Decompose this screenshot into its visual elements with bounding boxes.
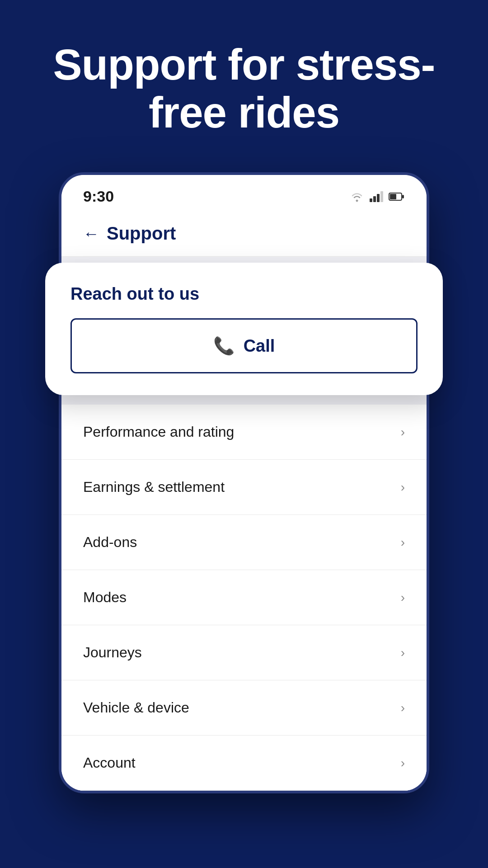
call-button-label: Call: [244, 336, 275, 356]
faq-list: Performance and rating › Earnings & sett…: [61, 405, 427, 791]
call-button[interactable]: 📞 Call: [70, 318, 418, 373]
status-bar: 9:30: [61, 175, 427, 212]
nav-title: Support: [107, 223, 176, 244]
faq-item-journeys[interactable]: Journeys ›: [61, 625, 427, 680]
phone-frame-wrapper: Reach out to us 📞 Call 9:30: [59, 172, 429, 793]
chevron-right-icon: ›: [401, 701, 405, 715]
modal-card: Reach out to us 📞 Call: [45, 263, 443, 395]
nav-bar: ← Support: [61, 212, 427, 257]
faq-item-label: Earnings & settlement: [83, 479, 225, 495]
faq-item-performance[interactable]: Performance and rating ›: [61, 405, 427, 460]
back-button[interactable]: ← Support: [83, 223, 176, 244]
faq-item-account[interactable]: Account ›: [61, 736, 427, 791]
svg-rect-0: [370, 198, 372, 202]
svg-rect-6: [402, 195, 404, 198]
battery-icon: [389, 192, 405, 202]
faq-item-label: Account: [83, 755, 136, 771]
back-arrow-icon: ←: [83, 224, 99, 243]
faq-item-label: Journeys: [83, 644, 142, 661]
chevron-right-icon: ›: [401, 756, 405, 770]
status-time: 9:30: [83, 188, 114, 205]
chevron-right-icon: ›: [401, 590, 405, 605]
chevron-right-icon: ›: [401, 535, 405, 550]
hero-section: Support for stress-free rides: [0, 0, 488, 163]
faq-item-vehicle[interactable]: Vehicle & device ›: [61, 680, 427, 736]
phone-icon: 📞: [213, 336, 235, 356]
svg-rect-1: [373, 196, 376, 202]
svg-rect-3: [380, 191, 383, 202]
svg-rect-5: [390, 194, 396, 199]
faq-item-label: Performance and rating: [83, 424, 234, 440]
faq-item-modes[interactable]: Modes ›: [61, 570, 427, 625]
chevron-right-icon: ›: [401, 480, 405, 495]
faq-item-label: Add-ons: [83, 534, 137, 551]
chevron-right-icon: ›: [401, 646, 405, 660]
modal-title: Reach out to us: [70, 284, 418, 304]
faq-item-addons[interactable]: Add-ons ›: [61, 515, 427, 570]
faq-item-label: Vehicle & device: [83, 699, 189, 716]
chevron-right-icon: ›: [401, 425, 405, 439]
faq-item-label: Modes: [83, 589, 127, 606]
status-icons: [350, 191, 405, 202]
faq-item-earnings[interactable]: Earnings & settlement ›: [61, 460, 427, 515]
svg-rect-2: [377, 194, 380, 202]
hero-title: Support for stress-free rides: [36, 41, 452, 136]
signal-icon: [370, 191, 383, 202]
wifi-icon: [350, 191, 364, 202]
